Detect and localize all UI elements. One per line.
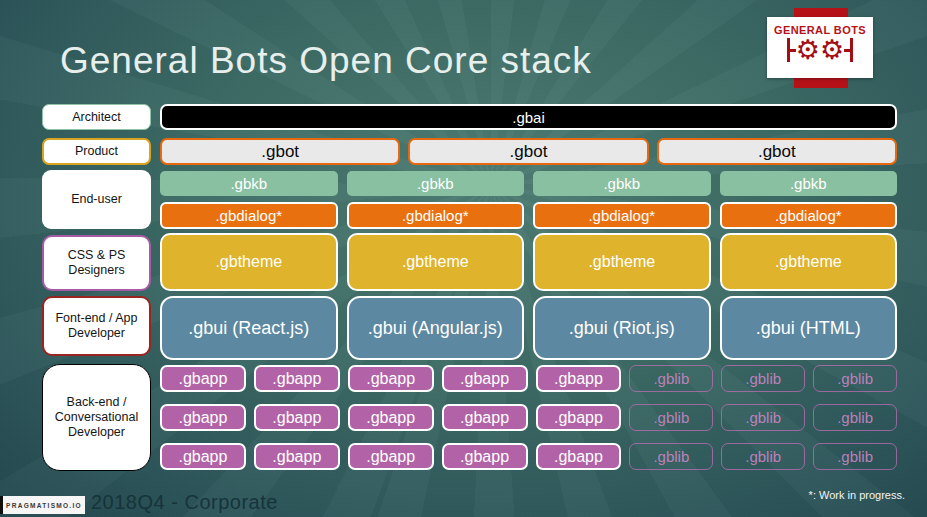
row-label-architect: Architect (42, 104, 151, 130)
gbapp-box: .gbapp (348, 443, 434, 470)
gbkb-box: .gbkb (160, 171, 338, 196)
gbot-box: .gbot (408, 138, 648, 165)
gear-icon: ⚙ (796, 38, 820, 62)
gears-icon: ⚙ ⚙ (787, 38, 853, 62)
gbapp-row-3: .gbapp .gbapp .gbapp .gbapp .gbapp .gbli… (160, 443, 897, 470)
pragmatismo-wordmark: PRAGMATISMO.IO (6, 502, 82, 509)
gbtheme-row: .gbtheme .gbtheme .gbtheme .gbtheme (160, 233, 897, 291)
gbot-row: .gbot .gbot .gbot (160, 138, 897, 165)
gbapp-box: .gbapp (348, 365, 434, 392)
slide-canvas: General Bots Open Core stack GENERAL BOT… (0, 0, 927, 517)
gbapp-box: .gbapp (160, 443, 246, 470)
gblib-box: .gblib (721, 443, 805, 470)
gbui-react-box: .gbui (React.js) (160, 296, 338, 360)
gbtheme-box: .gbtheme (347, 233, 525, 291)
gbapp-box: .gbapp (536, 404, 622, 431)
row-label-front-end-developer: Font-end / App Developer (42, 296, 151, 356)
gblib-box: .gblib (629, 365, 713, 392)
row-label-css-ps-designers: CSS & PS Designers (42, 235, 151, 291)
gear-end-bar-icon (850, 38, 853, 62)
gbapp-box: .gbapp (442, 365, 528, 392)
gbai-row: .gbai (160, 104, 897, 130)
gbdialog-box: .gbdialog* (160, 202, 338, 229)
gblib-box: .gblib (813, 404, 897, 431)
gblib-box: .gblib (721, 365, 805, 392)
gbdialog-row: .gbdialog* .gbdialog* .gbdialog* .gbdial… (160, 202, 897, 229)
gbkb-box: .gbkb (720, 171, 898, 196)
gblib-box: .gblib (813, 365, 897, 392)
work-in-progress-note: *: Work in progress. (809, 489, 905, 501)
gbapp-box: .gbapp (160, 404, 246, 431)
gblib-box: .gblib (629, 404, 713, 431)
gbapp-box: .gbapp (442, 443, 528, 470)
general-bots-logo: GENERAL BOTS ⚙ ⚙ (767, 17, 873, 78)
gblib-box: .gblib (813, 443, 897, 470)
gbapp-box: .gbapp (160, 365, 246, 392)
gbui-riot-box: .gbui (Riot.js) (533, 296, 711, 360)
gbapp-row-2: .gbapp .gbapp .gbapp .gbapp .gbapp .gbli… (160, 404, 897, 431)
gbtheme-box: .gbtheme (160, 233, 338, 291)
gbui-row: .gbui (React.js) .gbui (Angular.js) .gbu… (160, 296, 897, 360)
gbai-box: .gbai (160, 104, 897, 130)
gear-icon: ⚙ (820, 38, 844, 62)
gbapp-box: .gbapp (254, 404, 340, 431)
footer-edition-label: 2018Q4 - Corporate (91, 491, 278, 514)
gbot-box: .gbot (160, 138, 400, 165)
row-label-product: Product (42, 138, 151, 165)
gbkb-box: .gbkb (347, 171, 525, 196)
gblib-box: .gblib (721, 404, 805, 431)
gbapp-box: .gbapp (254, 443, 340, 470)
row-label-back-end-developer: Back-end / Conversational Developer (42, 364, 151, 471)
gbui-angular-box: .gbui (Angular.js) (347, 296, 525, 360)
gbot-box: .gbot (657, 138, 897, 165)
gbdialog-box: .gbdialog* (533, 202, 711, 229)
gbui-html-box: .gbui (HTML) (720, 296, 898, 360)
gbkb-row: .gbkb .gbkb .gbkb .gbkb (160, 171, 897, 196)
gbdialog-box: .gbdialog* (720, 202, 898, 229)
gblib-box: .gblib (629, 443, 713, 470)
gbapp-box: .gbapp (536, 443, 622, 470)
slide-title: General Bots Open Core stack (60, 40, 592, 82)
gbapp-box: .gbapp (442, 404, 528, 431)
gbkb-box: .gbkb (533, 171, 711, 196)
gbapp-box: .gbapp (348, 404, 434, 431)
pragmatismo-logo: PRAGMATISMO.IO (0, 496, 85, 514)
gbtheme-box: .gbtheme (533, 233, 711, 291)
gbdialog-box: .gbdialog* (347, 202, 525, 229)
gbapp-row-1: .gbapp .gbapp .gbapp .gbapp .gbapp .gbli… (160, 365, 897, 392)
row-label-end-user: End-user (42, 170, 151, 229)
gbapp-box: .gbapp (254, 365, 340, 392)
gbapp-box: .gbapp (536, 365, 622, 392)
gbtheme-box: .gbtheme (720, 233, 898, 291)
